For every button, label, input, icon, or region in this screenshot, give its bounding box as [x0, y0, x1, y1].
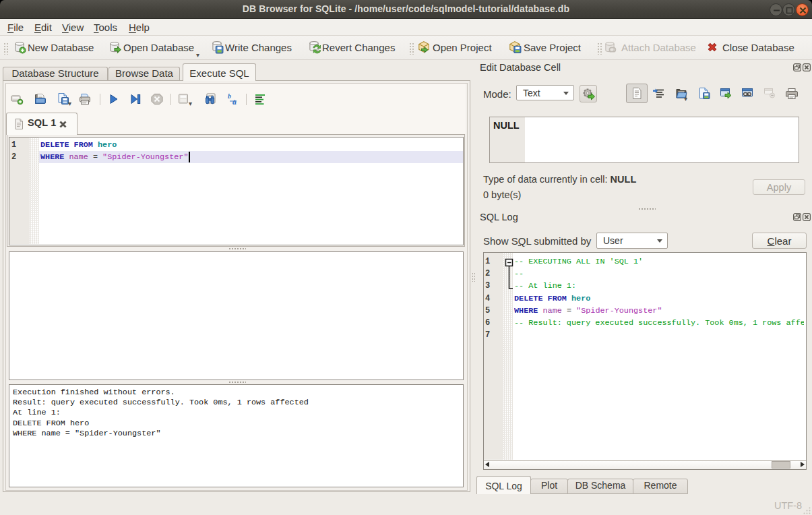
svg-text:a: a [232, 97, 237, 106]
svg-text:b: b [228, 92, 231, 100]
